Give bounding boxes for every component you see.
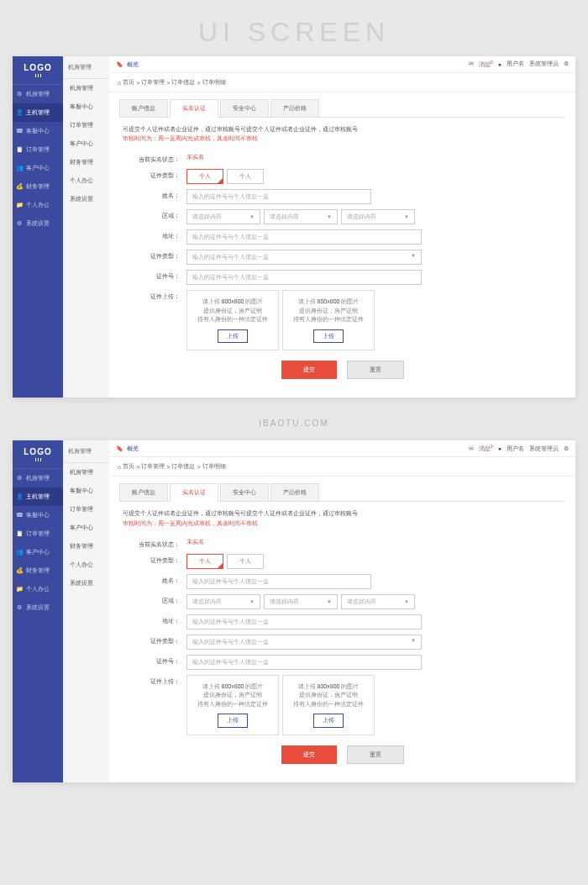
user-icon: 👤 [16, 493, 23, 500]
username[interactable]: 用户名 [507, 60, 524, 68]
sec-item[interactable]: 财务管理 [63, 537, 109, 556]
nav-personal[interactable]: 📁个人办公 [13, 580, 63, 598]
nav-service[interactable]: ☎客服中心 [13, 506, 63, 524]
region-sel-1[interactable]: 请选择内容▼ [186, 209, 260, 224]
tab-security[interactable]: 安全中心 [220, 483, 269, 501]
breadcrumb: ⌂ 首页> 订单管理> 订单信息> 订单明细 [109, 73, 575, 92]
sec-item[interactable]: 系统设置 [63, 574, 109, 593]
upload-button-1[interactable]: 上传 [218, 329, 248, 344]
app-window-1: LOGO ⚙机房管理 👤主机管理 ☎客服中心 📋订单管理 👥客户中心 💰财务管理… [13, 56, 575, 398]
dropdown-icon[interactable]: ⚙ [564, 445, 569, 452]
nav-room-mgmt[interactable]: ⚙机房管理 [13, 85, 63, 103]
upload-button-1[interactable]: 上传 [218, 714, 248, 728]
tab-account[interactable]: 账户信息 [119, 99, 168, 117]
form: 当前实名状态： 未实名 证件类型： 个人 个人 姓名： 输入的证件号与个人信息一… [119, 535, 565, 776]
sec-item[interactable]: 个人办公 [63, 556, 109, 574]
name-label: 姓名： [119, 574, 186, 585]
cert-type-label: 证件类型： [119, 169, 186, 180]
sidebar-primary: LOGO ⚙机房管理 👤主机管理 ☎客服中心 📋订单管理 👥客户中心 💰财务管理… [13, 56, 63, 398]
nav-finance[interactable]: 💰财务管理 [13, 561, 63, 580]
nav-personal[interactable]: 📁个人办公 [13, 196, 63, 214]
tab-account[interactable]: 账户信息 [119, 483, 168, 501]
breadcrumb: ⌂ 首页> 订单管理> 订单信息> 订单明细 [109, 457, 575, 477]
dropdown-icon[interactable]: ⚙ [564, 61, 569, 67]
home-icon[interactable]: ⌂ [118, 464, 121, 470]
gear-icon: ⚙ [16, 220, 23, 227]
sec-item[interactable]: 订单管理 [63, 116, 109, 134]
sec-item[interactable]: 客服中心 [63, 482, 109, 500]
home-icon[interactable]: ⌂ [118, 80, 121, 86]
tab-price[interactable]: 产品价格 [270, 483, 319, 501]
region-sel-3[interactable]: 请选择内容▼ [341, 209, 415, 224]
radio-personal-2[interactable]: 个人 [227, 554, 264, 569]
sec-item[interactable]: 机房管理 [63, 463, 109, 482]
logo: LOGO [13, 56, 63, 85]
mail-icon[interactable]: ✉ [469, 445, 474, 452]
address-input[interactable]: 输入的证件号与个人信息一直 [186, 229, 422, 245]
name-input[interactable]: 输入的证件号与个人信息一直 [186, 189, 371, 204]
cert-type-label: 证件类型： [119, 554, 186, 565]
submit-button[interactable]: 提交 [281, 361, 337, 379]
sec-item[interactable]: 客服中心 [63, 97, 109, 116]
upload-box-1: 请上传 800x800 的图片 提供身份证，房产证明 持有人身份的一种法定证件 … [186, 675, 279, 735]
money-icon: 💰 [16, 183, 23, 190]
tab-price[interactable]: 产品价格 [270, 99, 319, 117]
region-sel-1[interactable]: 请选择内容▼ [186, 594, 260, 609]
status-label: 当前实名状态： [119, 538, 186, 549]
reset-button[interactable]: 重置 [347, 745, 404, 764]
submit-button[interactable]: 提交 [281, 745, 337, 764]
footer-url: IBAOTU.COM [0, 406, 588, 440]
sec-item[interactable]: 订单管理 [63, 500, 109, 519]
nav-system[interactable]: ⚙系统设置 [13, 598, 63, 617]
nav-host-mgmt[interactable]: 👤主机管理 [13, 103, 63, 122]
sec-item[interactable]: 财务管理 [63, 153, 109, 171]
upload-button-2[interactable]: 上传 [313, 329, 344, 344]
bookmark-icon: 🔖 [116, 445, 123, 452]
sec-item[interactable]: 系统设置 [63, 190, 109, 208]
mail-icon[interactable]: ✉ [469, 61, 474, 67]
phone-icon: ☎ [16, 512, 23, 519]
region-sel-2[interactable]: 请选择内容▼ [264, 209, 338, 224]
reset-button[interactable]: 重置 [347, 361, 404, 379]
radio-personal[interactable]: 个人 [186, 554, 223, 569]
upload-box-1: 请上传 800x800 的图片 提供身份证，房产证明 持有人身份的一种法定证件 … [186, 290, 279, 350]
radio-personal[interactable]: 个人 [186, 169, 223, 184]
sec-item[interactable]: 客户中心 [63, 519, 109, 537]
region-sel-3[interactable]: 请选择内容▼ [341, 594, 415, 609]
sec-item[interactable]: 客户中心 [63, 134, 109, 153]
nav-order[interactable]: 📋订单管理 [13, 140, 63, 159]
nav-room-mgmt[interactable]: ⚙机房管理 [13, 469, 63, 487]
nav-system[interactable]: ⚙系统设置 [13, 214, 63, 233]
gear-icon: ⚙ [16, 604, 23, 611]
tab-security[interactable]: 安全中心 [220, 99, 269, 117]
notice: 可提交个人证件或者企业证件，通过审核账号可提交个人证件或者企业证件，通过审核账号… [119, 118, 565, 150]
nav-finance[interactable]: 💰财务管理 [13, 177, 63, 196]
nav-order[interactable]: 📋订单管理 [13, 524, 63, 543]
upload-button-2[interactable]: 上传 [313, 714, 344, 728]
radio-personal-2[interactable]: 个人 [227, 169, 264, 184]
nav-service[interactable]: ☎客服中心 [13, 122, 63, 140]
username[interactable]: 用户名 [507, 445, 524, 453]
region-sel-2[interactable]: 请选择内容▼ [264, 594, 338, 609]
money-icon: 💰 [16, 567, 23, 574]
cert-kind-input[interactable]: 输入的证件号与个人信息一直▼ [186, 635, 422, 650]
name-input[interactable]: 输入的证件号与个人信息一直 [186, 574, 371, 589]
sec-item[interactable]: 个人办公 [63, 171, 109, 190]
cert-no-input[interactable]: 输入的证件号与个人信息一直 [186, 655, 422, 670]
tab-verify[interactable]: 实名认证 [170, 99, 218, 118]
nav-host-mgmt[interactable]: 👤主机管理 [13, 487, 63, 506]
address-input[interactable]: 输入的证件号与个人信息一直 [186, 614, 422, 630]
admin-label[interactable]: 系统管理员 [529, 60, 559, 68]
nav-customer[interactable]: 👥客户中心 [13, 543, 63, 561]
tab-verify[interactable]: 实名认证 [170, 483, 218, 502]
page-title: UI SCREEN [0, 0, 588, 56]
topbar: 🔖 概览 ✉ 消息0 ● 用户名 系统管理员 ⚙ [109, 56, 575, 73]
sec-item[interactable]: 机房管理 [63, 79, 109, 97]
cert-no-input[interactable]: 输入的证件号与个人信息一直 [186, 270, 422, 285]
nav-customer[interactable]: 👥客户中心 [13, 159, 63, 177]
phone-icon: ☎ [16, 128, 23, 134]
topbar: 🔖 概览 ✉ 消息0 ● 用户名 系统管理员 ⚙ [109, 440, 575, 457]
cert-kind-input[interactable]: 输入的证件号与个人信息一直▼ [186, 250, 422, 265]
main-content: 🔖 概览 ✉ 消息0 ● 用户名 系统管理员 ⚙ ⌂ 首页> 订单管理> 订单信… [109, 440, 575, 782]
admin-label[interactable]: 系统管理员 [529, 445, 559, 453]
